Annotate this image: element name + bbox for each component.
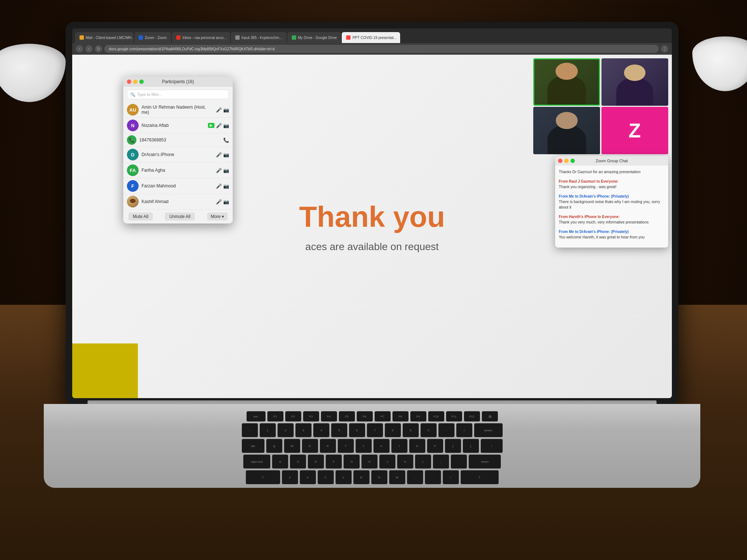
key-7[interactable]: 7 (367, 423, 383, 437)
chat-maximize-button[interactable] (570, 159, 575, 163)
key-9[interactable]: 9 (403, 423, 419, 437)
key-delete[interactable]: delete (474, 423, 503, 437)
participant-phone: 📞 18476368853 📞 (123, 133, 233, 147)
tab-4[interactable]: Input 385 - Kopierschm... (231, 32, 287, 43)
tab-6[interactable]: PPT COVID-19 presentat... (342, 32, 400, 43)
key-f6[interactable]: F6 (357, 411, 373, 421)
key-period[interactable]: . (425, 470, 441, 484)
key-power[interactable]: ⏻ (482, 411, 498, 421)
mute-all-button[interactable]: Mute All (128, 213, 153, 221)
key-f2[interactable]: F2 (285, 411, 301, 421)
key-equals[interactable]: = (456, 423, 472, 437)
slide-thank-you-text: Thank you (299, 200, 445, 234)
tab-1[interactable]: Mail - Client-based LMC/MH... (75, 32, 133, 43)
key-lshift[interactable]: ⇧ (246, 470, 280, 484)
key-5[interactable]: 5 (331, 423, 347, 437)
key-z[interactable]: Z (282, 470, 298, 484)
key-t[interactable]: T (338, 439, 354, 453)
tab-3[interactable]: Inbox - raa personal acco... (172, 32, 230, 43)
key-6[interactable]: 6 (349, 423, 365, 437)
chat-minimize-button[interactable] (564, 159, 569, 163)
key-p[interactable]: P (427, 439, 443, 453)
key-1[interactable]: 1 (260, 423, 276, 437)
key-j[interactable]: J (379, 455, 395, 468)
key-2[interactable]: 2 (278, 423, 294, 437)
chat-close-button[interactable] (558, 159, 562, 163)
key-x[interactable]: X (300, 470, 316, 484)
key-return[interactable]: return (469, 455, 501, 468)
participant-icons-kashif: 🎤 📷 (216, 199, 229, 205)
key-r[interactable]: R (320, 439, 336, 453)
key-e[interactable]: E (302, 439, 318, 453)
close-window-button[interactable] (127, 79, 131, 84)
key-h[interactable]: H (361, 455, 378, 468)
key-d[interactable]: D (308, 455, 324, 468)
key-f1[interactable]: F1 (267, 411, 283, 421)
key-f9[interactable]: F9 (410, 411, 426, 421)
key-8[interactable]: 8 (385, 423, 401, 437)
key-w[interactable]: W (284, 439, 300, 453)
extensions-button[interactable]: ⋮ (661, 45, 668, 52)
key-c[interactable]: C (318, 470, 334, 484)
key-tab[interactable]: tab (242, 439, 264, 453)
key-f5[interactable]: F5 (339, 411, 355, 421)
participant-name-nozaina: Nozaina Aftab (142, 123, 205, 128)
key-f3[interactable]: F3 (303, 411, 319, 421)
key-a[interactable]: A (272, 455, 288, 468)
key-capslock[interactable]: caps lock (243, 455, 270, 468)
key-l[interactable]: L (415, 455, 431, 468)
participant-avatar-amin: AU (127, 104, 139, 116)
key-f[interactable]: F (326, 455, 342, 468)
tab-5[interactable]: My Drive - Google Drive (287, 32, 341, 43)
key-f11[interactable]: F11 (446, 411, 462, 421)
key-slash[interactable]: / (443, 470, 459, 484)
key-b[interactable]: B (353, 470, 369, 484)
participant-name-phone: 18476368853 (139, 137, 220, 143)
more-button[interactable]: More ▾ (207, 213, 228, 221)
address-bar[interactable]: docs.google.com/presentation/d/1P4iaM498… (104, 45, 659, 53)
chat-traffic-lights (558, 159, 575, 163)
participants-search-bar[interactable]: 🔍 Type to filter... (127, 90, 229, 99)
key-rshift[interactable]: ⇧ (461, 470, 499, 484)
key-f7[interactable]: F7 (375, 411, 391, 421)
key-semicolon[interactable]: ; (433, 455, 449, 468)
key-i[interactable]: I (391, 439, 407, 453)
unmute-all-button[interactable]: Unmute All (165, 213, 195, 221)
key-o[interactable]: O (409, 439, 425, 453)
participant-name-farzan: Farzan Mahmood (142, 183, 213, 188)
refresh-button[interactable]: ↻ (95, 45, 102, 52)
tab-favicon-4 (235, 35, 240, 40)
key-v[interactable]: V (336, 470, 352, 484)
forward-button[interactable]: › (85, 45, 93, 52)
key-y[interactable]: Y (356, 439, 372, 453)
key-f10[interactable]: F10 (428, 411, 444, 421)
participant-icons-phone: 📞 (223, 137, 229, 143)
key-minus[interactable]: - (438, 423, 454, 437)
key-n[interactable]: N (371, 470, 387, 484)
key-f12[interactable]: F12 (464, 411, 480, 421)
key-lbracket[interactable]: [ (445, 439, 461, 453)
key-quote[interactable]: ' (451, 455, 467, 468)
key-4[interactable]: 4 (313, 423, 329, 437)
minimize-window-button[interactable] (133, 79, 138, 84)
participant-avatar-nozaina: N (127, 120, 139, 131)
key-m[interactable]: M (389, 470, 405, 484)
key-esc[interactable]: esc (247, 411, 266, 421)
tab-2[interactable]: Zoom - Zoom (134, 32, 171, 43)
key-0[interactable]: 0 (421, 423, 437, 437)
tab-favicon-5 (292, 35, 296, 40)
maximize-window-button[interactable] (139, 79, 144, 84)
key-k[interactable]: K (397, 455, 413, 468)
key-backslash[interactable]: \ (481, 439, 503, 453)
key-u[interactable]: U (374, 439, 390, 453)
key-f4[interactable]: F4 (321, 411, 337, 421)
key-q[interactable]: Q (266, 439, 282, 453)
key-s[interactable]: S (290, 455, 306, 468)
key-rbracket[interactable]: ] (463, 439, 479, 453)
key-g[interactable]: G (344, 455, 360, 468)
key-f8[interactable]: F8 (392, 411, 409, 421)
key-comma[interactable]: , (407, 470, 423, 484)
key-tilde[interactable]: ~ (242, 423, 258, 437)
back-button[interactable]: ‹ (76, 45, 83, 52)
key-3[interactable]: 3 (295, 423, 311, 437)
